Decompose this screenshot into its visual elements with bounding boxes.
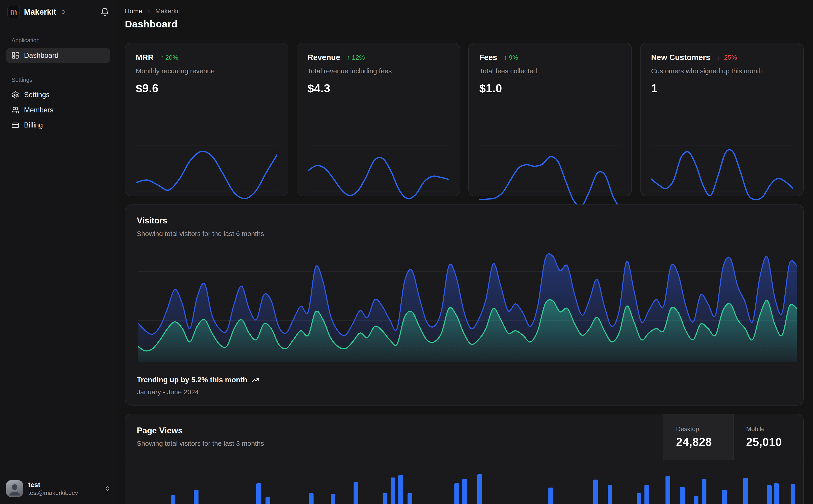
nav-section-settings: Settings [6,77,110,83]
user-email: test@makerkit.dev [28,489,78,497]
sidebar-item-label: Members [24,106,53,114]
page-views-subtitle: Showing total visitors for the last 3 mo… [137,440,652,447]
visitors-title: Visitors [137,216,792,225]
sidebar-item-billing[interactable]: Billing [6,118,110,133]
sidebar-nav: Application Dashboard Settings Settings … [0,24,117,475]
bell-icon[interactable] [100,8,109,16]
stat-title: New Customers [651,53,710,62]
toggle-desktop[interactable]: Desktop 24,828 [663,414,733,460]
stat-card-revenue: Revenue ↑12% Total revenue including fee… [297,43,460,196]
sparkline-chart [308,146,449,206]
stat-title: MRR [136,53,154,62]
stat-delta-badge: ↑12% [347,54,365,61]
trending-up-icon [252,376,259,384]
sparkline-chart [479,146,621,206]
sparkline-chart [136,146,278,206]
workspace-name: Makerkit [24,8,56,16]
stat-cards-row: MRR ↑20% Monthly recurring revenue $9.6 … [125,43,804,196]
toggle-value: 25,010 [746,435,790,449]
app-root: m Makerkit Application Dashboard Setting… [0,0,813,504]
arrow-down-icon: ↓ [717,54,720,61]
visitors-trend-line: Trending up by 5.2% this month [137,376,259,384]
page-views-header: Page Views Showing total visitors for th… [125,414,803,460]
avatar [6,480,23,497]
breadcrumb-current: Makerkit [155,7,180,15]
workspace-selector[interactable]: m Makerkit [0,0,117,24]
stat-description: Total revenue including fees [308,67,449,75]
breadcrumb: Home Makerkit [125,7,804,15]
stat-card-mrr: MRR ↑20% Monthly recurring revenue $9.6 … [125,43,288,196]
stat-description: Total fees collected [479,67,621,75]
stat-delta-badge: ↓-25% [717,54,737,61]
page-title: Dashboard [125,19,804,30]
stat-value: $1.0 [479,82,621,95]
arrow-up-icon: ↑ [504,54,507,61]
page-views-title: Page Views [137,426,652,435]
toggle-label: Mobile [746,425,790,433]
credit-card-icon [11,121,19,129]
gear-icon [11,91,19,99]
visitors-period: January - June 2024 [137,388,199,396]
sidebar-item-settings[interactable]: Settings [6,87,110,102]
toggle-mobile[interactable]: Mobile 25,010 [733,414,803,460]
user-name: test [28,480,78,489]
toggle-label: Desktop [676,425,720,433]
stat-description: Monthly recurring revenue [136,67,278,75]
visitors-card: Visitors Showing total visitors for the … [125,204,804,406]
stat-value: 1 [651,82,793,95]
sparkline-chart [651,146,793,206]
sidebar-item-label: Settings [24,91,49,99]
stat-delta-badge: ↑20% [160,54,178,61]
arrow-up-icon: ↑ [347,54,350,61]
stat-title: Fees [479,53,497,62]
main-content: Home Makerkit Dashboard MRR ↑20% Monthly… [117,0,813,504]
stat-title: Revenue [308,53,340,62]
sidebar-item-label: Dashboard [24,51,58,60]
page-views-bar-chart [138,460,796,504]
sidebar-item-dashboard[interactable]: Dashboard [6,48,110,63]
stat-delta-badge: ↑9% [504,54,518,61]
chevrons-up-down-icon [104,486,110,491]
layout-dashboard-icon [11,51,19,59]
nav-section-application: Application [6,37,110,44]
stat-value: $9.6 [136,82,278,95]
chevron-right-icon [146,8,151,14]
breadcrumb-home-link[interactable]: Home [125,7,142,15]
sidebar-item-label: Billing [24,121,43,129]
sidebar: m Makerkit Application Dashboard Setting… [0,0,117,504]
stat-value: $4.3 [308,82,449,95]
sidebar-item-members[interactable]: Members [6,103,110,118]
arrow-up-icon: ↑ [160,54,163,61]
user-menu[interactable]: test test@makerkit.dev [0,475,117,504]
toggle-value: 24,828 [676,435,720,449]
visitors-area-chart [138,247,797,362]
users-icon [11,106,19,114]
visitors-subtitle: Showing total visitors for the last 6 mo… [137,230,792,238]
makerkit-logo: m [7,6,20,18]
stat-description: Customers who signed up this month [651,67,793,75]
chevrons-up-down-icon [60,9,66,15]
stat-card-new-customers: New Customers ↓-25% Customers who signed… [640,43,804,196]
page-views-card: Page Views Showing total visitors for th… [125,414,804,504]
stat-card-fees: Fees ↑9% Total fees collected $1.0 July … [468,43,632,196]
